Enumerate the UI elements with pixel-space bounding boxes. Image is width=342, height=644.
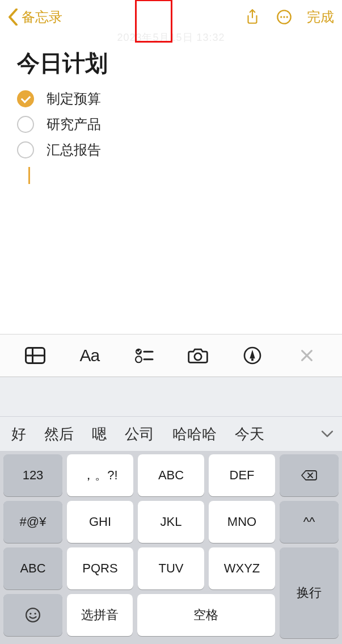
candidate-word[interactable]: 然后 — [35, 424, 83, 444]
share-button[interactable] — [240, 5, 265, 30]
checklist-item[interactable]: 研究产品 — [17, 112, 325, 138]
key-space[interactable]: 空格 — [137, 594, 275, 636]
svg-point-9 — [136, 356, 142, 362]
key-abc2[interactable]: ABC — [138, 454, 204, 496]
key-123[interactable]: 123 — [3, 454, 62, 496]
format-toolbar: Aa — [0, 334, 342, 377]
checklist-text[interactable]: 研究产品 — [47, 115, 101, 133]
key-emoji[interactable] — [3, 594, 62, 636]
candidate-word[interactable]: 好 — [2, 424, 35, 444]
close-icon — [300, 349, 314, 362]
svg-point-1 — [280, 16, 282, 18]
more-button[interactable] — [272, 5, 297, 30]
pen-circle-icon — [243, 346, 261, 365]
key-jkl[interactable]: JKL — [138, 501, 204, 543]
back-label: 备忘录 — [22, 8, 62, 26]
keyboard-gap — [0, 377, 342, 417]
text-format-button[interactable]: Aa — [74, 340, 105, 371]
header-bar: 备忘录 完成 — [0, 0, 342, 34]
key-delete[interactable] — [280, 454, 339, 496]
back-button[interactable]: 备忘录 — [8, 8, 62, 26]
svg-point-16 — [35, 613, 36, 614]
svg-point-11 — [195, 353, 201, 360]
svg-point-15 — [29, 613, 31, 614]
key-pinyin[interactable]: 选拼音 — [67, 594, 133, 636]
candidate-word[interactable]: 嗯 — [83, 424, 116, 444]
chevron-down-icon — [321, 430, 333, 438]
note-title[interactable]: 今日计划 — [17, 48, 325, 79]
checklist-text[interactable]: 制定预算 — [47, 90, 101, 108]
key-mno[interactable]: MNO — [209, 501, 275, 543]
key-wxyz[interactable]: WXYZ — [209, 547, 275, 589]
ellipsis-circle-icon — [276, 9, 292, 25]
keyboard: 好 然后 嗯 公司 哈哈哈 今天 123 #@¥ ABC — [0, 377, 342, 644]
key-ghi[interactable]: GHI — [67, 501, 133, 543]
share-icon — [245, 9, 260, 26]
done-button[interactable]: 完成 — [307, 8, 334, 26]
candidate-word[interactable]: 今天 — [226, 424, 273, 444]
note-timestamp: 2023年5月15日 13:32 — [17, 31, 325, 44]
delete-icon — [301, 467, 318, 484]
key-def[interactable]: DEF — [209, 454, 275, 496]
svg-point-14 — [26, 608, 40, 622]
chevron-left-icon — [8, 9, 18, 26]
svg-point-2 — [283, 16, 285, 18]
key-pqrs[interactable]: PQRS — [67, 547, 133, 589]
svg-point-3 — [286, 16, 288, 18]
markup-button[interactable] — [237, 340, 268, 371]
key-return[interactable]: 换行 — [280, 547, 339, 638]
key-symbols[interactable]: #@¥ — [3, 501, 62, 543]
checklist-item[interactable]: 制定预算 — [17, 87, 325, 112]
note-content[interactable]: 2023年5月15日 13:32 今日计划 制定预算 研究产品 汇总报告 — [0, 34, 342, 334]
candidate-word[interactable]: 公司 — [116, 424, 163, 444]
checkbox-icon[interactable] — [17, 116, 34, 133]
text-cursor — [28, 167, 30, 184]
key-abc[interactable]: ABC — [3, 547, 62, 589]
camera-button[interactable] — [182, 340, 214, 371]
checklist-button[interactable] — [128, 340, 160, 371]
candidate-word[interactable]: 哈哈哈 — [163, 424, 226, 444]
key-tuv[interactable]: TUV — [138, 547, 204, 589]
key-punct[interactable]: ，。?! — [67, 454, 133, 496]
candidate-bar: 好 然后 嗯 公司 哈哈哈 今天 — [0, 417, 342, 451]
table-button[interactable] — [19, 340, 51, 371]
svg-rect-13 — [251, 358, 254, 361]
close-toolbar-button[interactable] — [291, 340, 323, 371]
table-icon — [25, 347, 45, 364]
checklist-icon — [134, 347, 154, 364]
checkbox-icon[interactable] — [17, 141, 34, 158]
candidate-expand-button[interactable] — [315, 421, 340, 446]
camera-icon — [188, 347, 208, 364]
key-caret[interactable]: ^^ — [280, 501, 339, 543]
emoji-icon — [24, 607, 41, 624]
checklist-item[interactable]: 汇总报告 — [17, 138, 325, 164]
checkbox-icon[interactable] — [17, 90, 34, 107]
checklist-text[interactable]: 汇总报告 — [47, 141, 101, 159]
